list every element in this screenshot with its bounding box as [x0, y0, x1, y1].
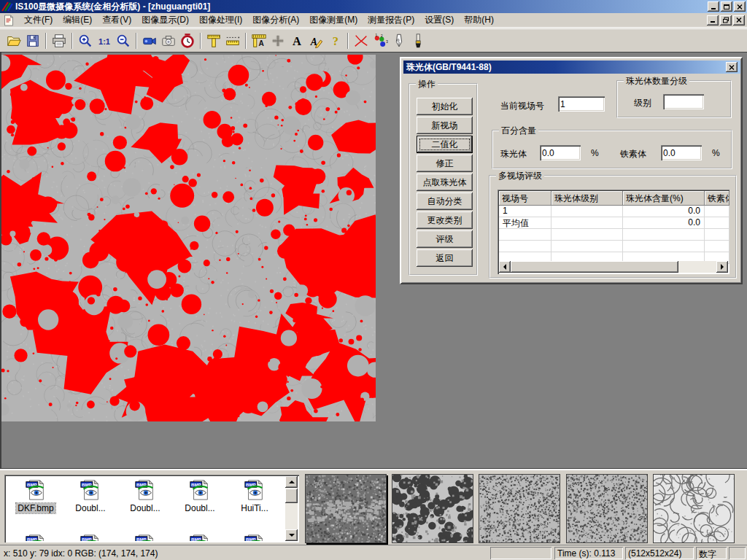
- thumbnail-1[interactable]: [305, 474, 387, 543]
- table-row[interactable]: [499, 241, 728, 252]
- file-list-scrollbar[interactable]: [285, 476, 298, 541]
- op-button-6[interactable]: 自动分类: [417, 192, 473, 210]
- op-button-8[interactable]: 评级: [417, 230, 473, 248]
- op-button-5[interactable]: 点取珠光体: [417, 174, 473, 191]
- thumbnail-3[interactable]: [479, 474, 560, 543]
- text-edit-button[interactable]: A: [306, 31, 325, 50]
- menu-item[interactable]: 编辑(E): [58, 13, 97, 26]
- table-row[interactable]: 10.0: [499, 206, 728, 217]
- grade-input[interactable]: [663, 94, 704, 109]
- zoom-out-button[interactable]: [114, 31, 133, 50]
- caliper-button[interactable]: [204, 31, 223, 50]
- table-row[interactable]: 平均值0.0: [499, 217, 728, 229]
- file-item-partial[interactable]: BMP: [63, 533, 117, 541]
- file-item-partial[interactable]: BMP: [118, 533, 172, 541]
- menu-item[interactable]: 图像测量(M): [304, 13, 363, 26]
- file-item-partial[interactable]: BMP: [9, 533, 63, 541]
- mdi-close-button[interactable]: [733, 15, 745, 26]
- op-button-1[interactable]: 初始化: [417, 98, 473, 115]
- menu-item[interactable]: 图像处理(I): [194, 13, 247, 26]
- scroll-right-button[interactable]: [716, 261, 728, 273]
- file-item[interactable]: BMPHuiTi...: [228, 478, 282, 513]
- move-cross-button[interactable]: [268, 31, 287, 50]
- thumbnail-4[interactable]: [566, 474, 648, 543]
- open-button[interactable]: [4, 31, 23, 50]
- file-scroll-up-button[interactable]: [285, 476, 298, 488]
- op-button-7[interactable]: 更改类别: [417, 211, 473, 229]
- actual-size-button[interactable]: 1:1: [95, 31, 114, 50]
- op-button-3[interactable]: 二值化: [417, 136, 473, 153]
- svg-text:1:1: 1:1: [98, 36, 110, 45]
- file-scroll-down-button[interactable]: [285, 529, 298, 541]
- zoom-out-icon: [115, 33, 131, 49]
- timer-icon: [179, 33, 196, 49]
- scroll-left-button[interactable]: [499, 261, 511, 273]
- file-scroll-thumb[interactable]: [285, 489, 298, 503]
- rating-table[interactable]: 视场号珠光体级别珠光体含量(%)铁素体含量(%) 10.0平均值0.0: [498, 190, 729, 274]
- pen-tool-button[interactable]: [390, 31, 409, 50]
- mdi-restore-button[interactable]: [720, 15, 732, 26]
- ferrite-unit: %: [712, 148, 720, 158]
- table-cell: [551, 217, 623, 229]
- ruler-button[interactable]: [223, 31, 242, 50]
- thumbnail-2[interactable]: [392, 474, 473, 543]
- classify-points-button[interactable]: 123: [371, 31, 390, 50]
- menu-item[interactable]: 帮助(H): [459, 13, 499, 26]
- menu-item[interactable]: 图像分析(A): [247, 13, 304, 26]
- file-item-partial[interactable]: BMP: [173, 533, 227, 541]
- table-header-3[interactable]: 珠光体含量(%): [623, 191, 705, 206]
- ruler-icon: [225, 33, 241, 49]
- table-cell: [623, 229, 705, 241]
- text-button[interactable]: A: [287, 31, 306, 50]
- ferrite-percent-input[interactable]: [661, 145, 702, 160]
- menu-item[interactable]: 图像显示(D): [136, 13, 194, 26]
- file-name: Doubl...: [128, 503, 161, 513]
- measure-text-button[interactable]: A: [249, 31, 268, 50]
- table-horizontal-scrollbar[interactable]: [499, 261, 728, 273]
- file-item-partial[interactable]: BMP: [228, 533, 282, 541]
- current-field-input[interactable]: [558, 96, 605, 112]
- bmp-file-icon: BMP: [134, 478, 156, 502]
- file-item[interactable]: BMPDoubl...: [63, 478, 117, 513]
- pearlite-percent-input[interactable]: [540, 145, 581, 160]
- print-button[interactable]: [50, 31, 69, 50]
- menu-item[interactable]: 测量报告(P): [363, 13, 419, 26]
- help-button[interactable]: ?: [325, 31, 344, 50]
- file-name: DKF.bmp: [16, 503, 55, 513]
- timer-button[interactable]: [178, 31, 197, 50]
- op-button-4[interactable]: 修正: [417, 155, 473, 172]
- save-button[interactable]: [23, 31, 42, 50]
- toolbar-separator: [200, 33, 201, 49]
- menu-item[interactable]: 设置(S): [419, 13, 459, 26]
- table-header-2[interactable]: 珠光体级别: [551, 191, 623, 206]
- help-icon: ?: [327, 33, 343, 49]
- mdi-minimize-button[interactable]: [707, 15, 719, 26]
- brush-button[interactable]: [409, 31, 427, 50]
- title-bar: IS100显微摄像系统(金相分析版) - [zhuguangti01]: [0, 0, 747, 13]
- video-camera-button[interactable]: [140, 31, 159, 50]
- file-item[interactable]: BMPDoubl...: [118, 478, 172, 513]
- thumbnail-5[interactable]: [653, 474, 735, 543]
- toolbar-separator: [71, 33, 73, 49]
- micrograph-image[interactable]: [1, 55, 376, 421]
- minimize-button[interactable]: [708, 1, 719, 12]
- table-header-1[interactable]: 视场号: [499, 191, 551, 206]
- table-row[interactable]: [499, 229, 728, 241]
- table-header-4[interactable]: 铁素体含量(%): [705, 191, 729, 206]
- close-button[interactable]: [734, 1, 746, 12]
- curve-tool-button[interactable]: [352, 31, 371, 50]
- menu-item[interactable]: 文件(F): [19, 13, 58, 26]
- maximize-button[interactable]: [721, 1, 732, 12]
- file-item[interactable]: BMPDKF.bmp: [9, 478, 63, 513]
- op-button-9[interactable]: 返回: [417, 249, 473, 267]
- bmp-file-icon: BMP: [25, 533, 47, 541]
- zoom-in-button[interactable]: [76, 31, 95, 50]
- table-cell: [705, 217, 729, 229]
- op-button-2[interactable]: 新视场: [417, 117, 473, 134]
- dialog-close-button[interactable]: [726, 62, 738, 72]
- camera-button[interactable]: [159, 31, 178, 50]
- menu-item[interactable]: 查看(V): [97, 13, 136, 26]
- scroll-thumb[interactable]: [511, 261, 678, 273]
- file-item[interactable]: BMPDoubl...: [173, 478, 227, 513]
- print-icon: [51, 33, 67, 49]
